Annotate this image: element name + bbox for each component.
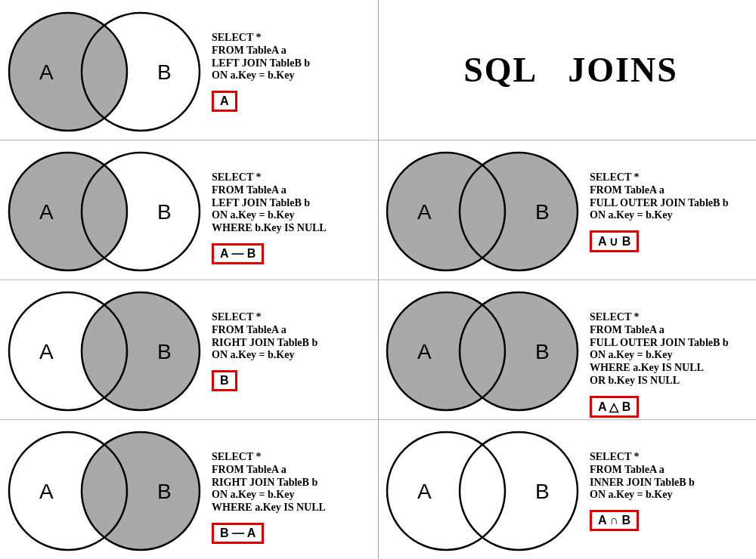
set-notation-badge: B — A bbox=[212, 523, 264, 544]
venn-label-a: A bbox=[39, 200, 54, 224]
venn-diagram: A B bbox=[384, 147, 582, 276]
title-word-2: JOINS bbox=[568, 50, 677, 90]
sql-code: SELECT * FROM TableA a FULL OUTER JOIN T… bbox=[590, 311, 729, 388]
sql-code: SELECT * FROM TableA a LEFT JOIN TableB … bbox=[212, 171, 327, 235]
venn-diagram: A B bbox=[384, 287, 582, 415]
join-cell-inner-join: A B SELECT * FROM TableA a INNER JOIN Ta… bbox=[378, 419, 756, 559]
set-notation-badge: A bbox=[212, 91, 237, 112]
set-notation-badge: A — B bbox=[212, 243, 264, 264]
sql-code: SELECT * FROM TableA a LEFT JOIN TableB … bbox=[212, 32, 310, 82]
venn-label-a: A bbox=[417, 340, 432, 363]
set-notation-badge: A ∪ B bbox=[590, 230, 639, 252]
join-cell-right-join-excl: A B SELECT * FROM TableA a RIGHT JOIN Ta… bbox=[0, 419, 378, 559]
venn-diagram: A B bbox=[6, 427, 204, 555]
venn-label-b: B bbox=[535, 480, 550, 503]
venn-label-a: A bbox=[417, 480, 432, 503]
venn-diagram: A B bbox=[384, 427, 582, 555]
sql-code: SELECT * FROM TableA a FULL OUTER JOIN T… bbox=[590, 171, 729, 222]
sql-code: SELECT * FROM TableA a RIGHT JOIN TableB… bbox=[212, 311, 318, 362]
venn-label-a: A bbox=[39, 60, 54, 84]
venn-diagram: A B bbox=[6, 8, 204, 136]
venn-label-b: B bbox=[157, 60, 172, 84]
svg-point-20 bbox=[387, 432, 505, 550]
venn-label-b: B bbox=[157, 340, 172, 363]
venn-label-a: A bbox=[39, 340, 54, 363]
venn-label-a: A bbox=[39, 480, 54, 503]
set-notation-badge: B bbox=[212, 370, 237, 391]
sql-code: SELECT * FROM TableA a INNER JOIN TableB… bbox=[590, 451, 695, 502]
sql-code: SELECT * FROM TableA a RIGHT JOIN TableB… bbox=[212, 451, 326, 514]
venn-label-a: A bbox=[417, 200, 432, 224]
venn-diagram: A B bbox=[6, 147, 204, 276]
svg-point-21 bbox=[460, 432, 578, 550]
set-notation-badge: A ∩ B bbox=[590, 510, 639, 531]
title-word-1: SQL bbox=[463, 50, 538, 90]
venn-diagram: A B bbox=[6, 287, 204, 415]
page-title: SQL JOINS bbox=[386, 0, 756, 140]
venn-label-b: B bbox=[535, 340, 550, 363]
venn-label-b: B bbox=[157, 480, 172, 503]
venn-label-b: B bbox=[535, 200, 550, 224]
join-cell-full-outer-join-excl: A B SELECT * FROM TableA a FULL OUTER JO… bbox=[378, 280, 756, 419]
set-notation-badge: A △ B bbox=[590, 396, 639, 418]
join-cell-left-join-excl: A B SELECT * FROM TableA a LEFT JOIN Tab… bbox=[0, 140, 378, 280]
venn-label-b: B bbox=[157, 200, 172, 224]
join-cell-full-outer-join: A B SELECT * FROM TableA a FULL OUTER JO… bbox=[378, 140, 756, 280]
join-cell-right-join: A B SELECT * FROM TableA a RIGHT JOIN Ta… bbox=[0, 280, 378, 419]
join-cell-left-join: A B SELECT * FROM TableA a LEFT JOIN Tab… bbox=[0, 0, 378, 140]
